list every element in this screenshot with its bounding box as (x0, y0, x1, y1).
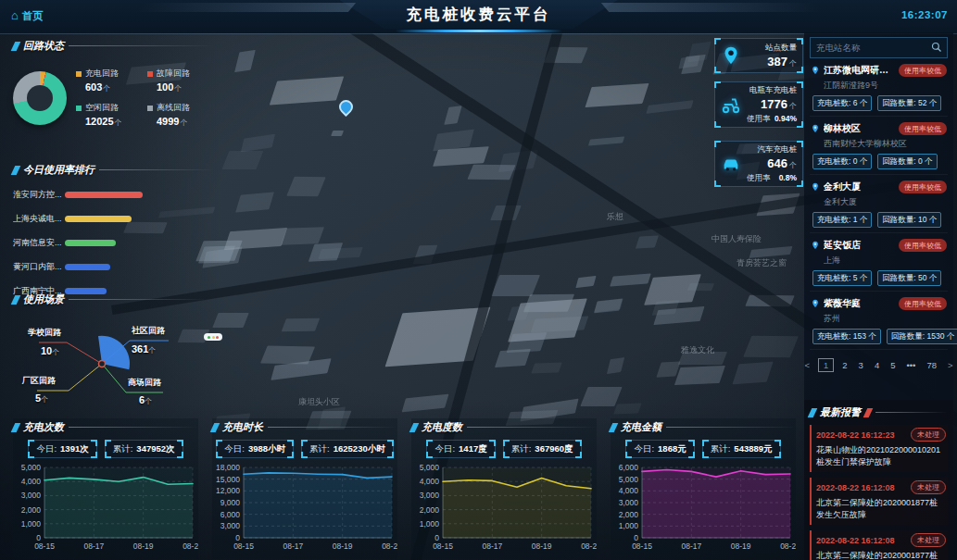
home-button[interactable]: ⌂首页 (11, 8, 44, 23)
svg-text:6,000: 6,000 (220, 510, 241, 519)
legend-swatch (147, 71, 153, 77)
svg-text:3,000: 3,000 (220, 521, 241, 530)
today-stat-chip: 今日:1391次 (28, 440, 96, 458)
svg-text:4,000: 4,000 (420, 477, 440, 486)
station-list-item[interactable]: 柳林校区 使用率较低 西南财经大学柳林校区 充电桩数: 0 个 回路数量: 0 … (810, 117, 948, 175)
map-place-label: 中国人寿保险 (711, 233, 762, 245)
station-search-input[interactable] (811, 38, 947, 57)
alarm-time: 2022-08-22 16:12:08 (816, 536, 895, 545)
svg-text:1,000: 1,000 (619, 521, 639, 530)
panel-title-line (666, 427, 796, 428)
legend-swatch (147, 106, 153, 111)
latest-alarm-panel: 最新报警 2022-08-22 16:12:23 未处理 花果山物业的20210… (804, 400, 953, 560)
page-prev-button[interactable]: < (801, 359, 812, 371)
legend-swatch (76, 106, 82, 111)
svg-text:6,000: 6,000 (619, 463, 639, 472)
alarm-item[interactable]: 2022-08-22 16:12:08 未处理 北京第二保障处的20200018… (810, 530, 948, 560)
low-usage-badge: 使用率较低 (899, 180, 947, 193)
svg-text:5,000: 5,000 (420, 463, 440, 472)
panel-title-slash-icon (11, 295, 21, 305)
panel-title-line (99, 169, 215, 170)
stat-card-scooter-piles: 电瓶车充电桩 1776个 使用率0.94% (714, 81, 803, 128)
charge-kwh-panel: 充电度数 今日:1417度 累计:367960度 01,0002,0003,00… (411, 418, 597, 559)
alarm-panel-title: 最新报警 (820, 405, 861, 419)
svg-text:1,000: 1,000 (21, 519, 42, 529)
station-name: 江苏微电网研究院测试 (824, 64, 895, 77)
charge-hours-line-chart: 03,0006,0009,00012,00015,00018,00008-150… (212, 460, 397, 560)
station-address: 苏州 (824, 313, 947, 325)
loop-count-tag: 回路数量: 1530 个 (887, 329, 957, 344)
svg-text:08-15: 08-15 (233, 541, 254, 551)
loop-count-tag: 回路数量: 10 个 (877, 212, 941, 228)
map-place-label: 青房荟艺之窗 (737, 257, 787, 269)
svg-text:08-17: 08-17 (681, 541, 701, 551)
panel-title-line (875, 412, 948, 413)
page-button[interactable]: 5 (888, 359, 898, 371)
today-stat-chip: 今日:1868元 (625, 440, 694, 458)
svg-text:5,000: 5,000 (619, 475, 639, 484)
search-icon[interactable] (931, 42, 942, 53)
stat-usage-rate: 使用率0.94% (747, 114, 797, 125)
scene-label: 商场回路 (128, 377, 161, 389)
station-list-item[interactable]: 江苏微电网研究院测试 使用率较低 江阴新澄路9号 充电桩数: 6 个 回路数量:… (810, 58, 948, 117)
alarm-item[interactable]: 2022-08-22 16:12:08 未处理 北京第二保障处的20200018… (810, 478, 948, 525)
total-stat-chip: 累计:543889元 (702, 440, 781, 458)
svg-text:4,000: 4,000 (619, 486, 639, 495)
page-ellipsis: ••• (903, 359, 918, 371)
svg-text:9,000: 9,000 (220, 498, 241, 507)
usage-scene-panel: 使用场景 学校回路 10个 社区回路 361个 厂区回路 5个 商场回路 6个 (13, 292, 208, 404)
station-pin-icon (811, 241, 820, 250)
station-name: 柳林校区 (824, 122, 895, 135)
stat-value: 1776个 (747, 97, 797, 111)
page-button[interactable]: 3 (856, 359, 866, 371)
station-search (810, 37, 948, 58)
pagination: < 1 2 3 4 5 ••• 78 > (810, 358, 948, 372)
legend-item: 空闲回路 12025个 (76, 102, 144, 128)
scene-value: 6个 (139, 394, 152, 406)
legend-item: 离线回路 4999个 (147, 102, 215, 128)
scene-label: 厂区回路 (22, 375, 56, 387)
station-list-item[interactable]: 延安饭店 使用率较低 上海 充电桩数: 5 个 回路数量: 50 个 (810, 233, 948, 292)
circuit-donut-chart (13, 71, 67, 125)
panel-title-slash-icon (609, 423, 619, 432)
header-decoration (135, 3, 356, 12)
ranking-row: 黄河口内部... (13, 261, 215, 273)
svg-text:08-19: 08-19 (731, 541, 751, 551)
page-next-button[interactable]: > (945, 359, 956, 371)
station-name: 金利大厦 (824, 180, 895, 193)
pile-count-tag: 充电桩数: 153 个 (812, 329, 881, 344)
page-button[interactable]: 4 (872, 359, 882, 371)
svg-text:2,000: 2,000 (21, 505, 42, 515)
svg-text:08-19: 08-19 (133, 541, 154, 551)
legend-swatch (76, 71, 82, 77)
map-place-label: 雅逸文化 (681, 344, 714, 356)
loop-count-tag: 回路数量: 50 个 (877, 270, 941, 286)
svg-text:5,000: 5,000 (21, 463, 42, 472)
ranking-bar (65, 264, 110, 270)
loop-count-tag: 回路数量: 0 个 (877, 154, 937, 169)
station-list-item[interactable]: 紫薇华庭 使用率较低 苏州 充电桩数: 153 个 回路数量: 1530 个 (810, 292, 948, 350)
chart-title: 充电次数 (23, 420, 64, 434)
charge-amount-line-chart: 01,0002,0003,0004,0005,0006,00008-1508-1… (611, 460, 796, 560)
panel-title-slash-icon (11, 423, 21, 432)
page-button-current[interactable]: 1 (818, 358, 834, 372)
station-address: 西南财经大学柳林校区 (824, 138, 947, 150)
page-button[interactable]: 2 (839, 359, 850, 371)
panel-title-slash-icon (11, 166, 21, 175)
stat-label: 站点数量 (747, 43, 797, 54)
title-underline (396, 30, 562, 32)
svg-text:08-21: 08-21 (382, 541, 397, 551)
station-list-item[interactable]: 金利大厦 使用率较低 金利大厦 充电桩数: 1 个 回路数量: 10 个 (810, 175, 948, 233)
svg-text:2,000: 2,000 (420, 505, 440, 515)
ranking-bar (65, 192, 143, 198)
svg-text:3,000: 3,000 (21, 491, 42, 500)
low-usage-badge: 使用率较低 (899, 64, 947, 77)
svg-text:08-21: 08-21 (780, 541, 796, 551)
alarm-item[interactable]: 2022-08-22 16:12:23 未处理 花果山物业的2021022000… (810, 425, 948, 472)
alarm-text: 北京第二保障处的2020001877桩发生欠压停止充电故障 (816, 550, 946, 560)
scene-label: 社区回路 (132, 325, 165, 337)
page-button[interactable]: 78 (924, 359, 939, 371)
top-header: ⌂首页 充电桩收费云平台 16:23:07 (0, 0, 957, 33)
scene-value: 5个 (35, 392, 48, 404)
legend-item: 故障回路 100个 (147, 68, 215, 93)
